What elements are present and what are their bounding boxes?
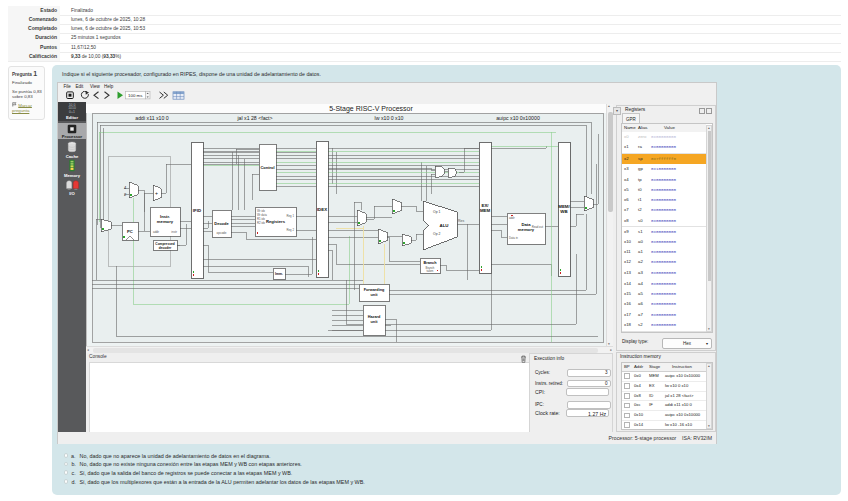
svg-text:IDEX: IDEX [317,207,327,212]
svg-text:IFID: IFID [193,208,201,213]
svg-text:Control: Control [260,165,274,170]
svg-text:MEM: MEM [480,208,491,213]
svg-text:opcode: opcode [217,231,227,235]
svg-text:taken: taken [427,269,434,273]
svg-text:PC: PC [127,229,133,234]
svg-text:Decode: Decode [214,221,229,226]
svg-text:unit: unit [371,293,379,297]
svg-text:lw x10 0 x10: lw x10 0 x10 [375,115,404,121]
svg-text:Reg 2: Reg 2 [287,228,295,232]
svg-text:addr: addr [509,216,515,220]
svg-text:R2 idx: R2 idx [257,221,266,225]
svg-text:WB: WB [560,209,567,214]
svg-text:Op 2: Op 2 [433,232,440,236]
svg-text:Data in: Data in [509,236,518,240]
svg-text:Forwarding: Forwarding [364,288,385,292]
svg-text:Read out: Read out [532,225,544,229]
svg-text:decoder: decoder [159,246,172,250]
svg-text:addi x11 x10 0: addi x11 x10 0 [135,115,168,121]
svg-text:Reg 1: Reg 1 [287,214,295,218]
svg-text:Res: Res [458,219,464,223]
svg-text:instr: instr [171,230,177,234]
svg-text:Branch: Branch [423,261,437,265]
svg-text:Registers: Registers [266,219,286,224]
svg-text:auipc x10 0x10000: auipc x10 0x10000 [496,115,540,121]
svg-text:addr: addr [153,230,159,234]
svg-text:Op 1: Op 1 [433,210,440,214]
svg-text:unit: unit [371,320,379,324]
svg-text:Imm.: Imm. [275,272,283,276]
svg-text:+: + [155,190,158,196]
svg-text:Hazard: Hazard [368,315,381,319]
svg-text:ALU: ALU [439,223,448,228]
svg-text:jal x1 28 <fact>: jal x1 28 <fact> [236,115,272,121]
svg-text:100 ms: 100 ms [128,93,143,98]
svg-text:5-Stage RISC-V Processor: 5-Stage RISC-V Processor [329,105,413,113]
svg-text:memory: memory [157,219,174,224]
